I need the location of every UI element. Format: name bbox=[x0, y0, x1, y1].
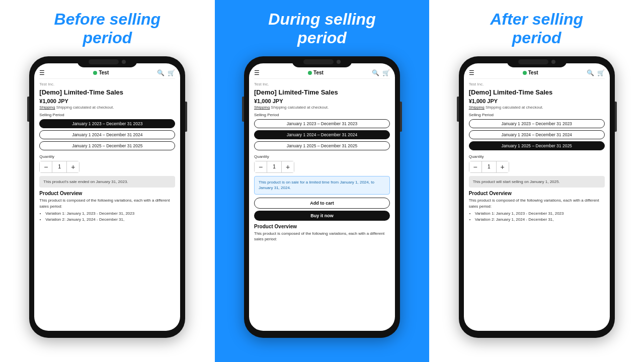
column-title-during: During sellingperiod bbox=[268, 10, 375, 47]
price: ¥1,000 JPY bbox=[39, 98, 175, 104]
qty-increase[interactable]: + bbox=[67, 161, 79, 172]
breadcrumb: Test Inc. bbox=[469, 82, 605, 86]
period-btn-1[interactable]: January 1 2024 – December 31 2024 bbox=[469, 130, 605, 139]
shipping: Shipping Shipping calculated at checkout… bbox=[39, 105, 175, 110]
breadcrumb: Test Inc. bbox=[254, 82, 390, 86]
selling-period-label: Selling Period bbox=[254, 113, 390, 117]
product-desc: This product is composed of the followin… bbox=[39, 198, 175, 209]
hamburger-icon[interactable]: ☰ bbox=[39, 69, 45, 76]
info-box: This product will start selling on Janua… bbox=[469, 176, 605, 188]
variation-item: Variation 2: January 1, 2024 - December … bbox=[45, 217, 175, 223]
column-after: After sellingperiod ☰ Test 🔍 🛒 Test Inc.… bbox=[429, 0, 644, 362]
header-icons: 🔍 🛒 bbox=[372, 69, 390, 76]
period-btn-1[interactable]: January 1 2024 – December 31 2024 bbox=[39, 130, 175, 139]
info-box: This product's sale ended on January 31,… bbox=[39, 176, 175, 188]
quantity-label: Quantity bbox=[254, 154, 390, 159]
cart-icon[interactable]: 🛒 bbox=[597, 69, 605, 76]
logo-area: Test bbox=[308, 70, 324, 75]
qty-value: 1 bbox=[481, 161, 497, 172]
price: ¥1,000 JPY bbox=[469, 98, 605, 104]
period-btn-2[interactable]: January 1 2025 – December 31 2025 bbox=[469, 141, 605, 150]
variation-item: Variation 1: January 1, 2023 - December … bbox=[475, 211, 605, 217]
price: ¥1,000 JPY bbox=[254, 98, 390, 104]
hamburger-icon[interactable]: ☰ bbox=[254, 69, 260, 76]
logo-area: Test bbox=[93, 70, 109, 75]
product-overview-title: Product Overview bbox=[39, 191, 175, 196]
variations-list: Variation 1: January 1, 2023 - December … bbox=[469, 211, 605, 223]
logo-text: Test bbox=[528, 70, 538, 75]
cart-icon[interactable]: 🛒 bbox=[382, 69, 390, 76]
shipping-link[interactable]: Shipping bbox=[254, 105, 270, 110]
logo-dot bbox=[523, 71, 527, 75]
quantity-label: Quantity bbox=[469, 154, 605, 159]
product-desc: This product is composed of the followin… bbox=[254, 231, 390, 242]
quantity-control: − 1 + bbox=[39, 161, 79, 173]
phone-before: ☰ Test 🔍 🛒 Test Inc. [Demo] Limited-Time… bbox=[29, 56, 185, 338]
quantity-control: − 1 + bbox=[254, 161, 294, 173]
period-btn-0[interactable]: January 1 2023 – December 31 2023 bbox=[39, 119, 175, 128]
column-during: During sellingperiod ☰ Test 🔍 🛒 Test Inc… bbox=[215, 0, 430, 362]
add-to-cart-button[interactable]: Add to cart bbox=[254, 198, 390, 209]
column-before: Before sellingperiod ☰ Test 🔍 🛒 Test Inc… bbox=[0, 0, 215, 362]
quantity-label: Quantity bbox=[39, 154, 175, 159]
qty-decrease[interactable]: − bbox=[40, 161, 52, 172]
qty-decrease[interactable]: − bbox=[255, 161, 267, 172]
variations-list: Variation 1: January 1, 2023 - December … bbox=[39, 211, 175, 223]
period-btn-2[interactable]: January 1 2025 – December 31 2025 bbox=[39, 141, 175, 150]
qty-value: 1 bbox=[52, 161, 67, 172]
product-title: [Demo] Limited-Time Sales bbox=[39, 88, 175, 97]
qty-increase[interactable]: + bbox=[282, 161, 294, 172]
period-btn-1[interactable]: January 1 2024 – December 31 2024 bbox=[254, 130, 390, 139]
product-overview-title: Product Overview bbox=[254, 224, 390, 229]
period-btn-0[interactable]: January 1 2023 – December 31 2023 bbox=[469, 119, 605, 128]
logo-dot bbox=[308, 71, 312, 75]
search-icon[interactable]: 🔍 bbox=[372, 69, 379, 76]
product-title: [Demo] Limited-Time Sales bbox=[469, 88, 605, 97]
logo-text: Test bbox=[99, 70, 109, 75]
shipping: Shipping Shipping calculated at checkout… bbox=[469, 105, 605, 110]
qty-value: 1 bbox=[267, 161, 282, 172]
logo-text: Test bbox=[313, 70, 324, 75]
shipping: Shipping Shipping calculated at checkout… bbox=[254, 105, 390, 110]
qty-increase[interactable]: + bbox=[497, 161, 509, 172]
column-title-after: After sellingperiod bbox=[490, 10, 583, 47]
header-icons: 🔍 🛒 bbox=[157, 69, 175, 76]
logo-dot bbox=[93, 71, 97, 75]
header-icons: 🔍 🛒 bbox=[587, 69, 605, 76]
period-btn-2[interactable]: January 1 2025 – December 31 2025 bbox=[254, 141, 390, 150]
product-overview-title: Product Overview bbox=[469, 191, 605, 196]
selling-period-label: Selling Period bbox=[39, 113, 175, 117]
column-title-before: Before sellingperiod bbox=[54, 10, 161, 47]
screen-header: ☰ Test 🔍 🛒 bbox=[39, 68, 175, 79]
phone-after: ☰ Test 🔍 🛒 Test Inc. [Demo] Limited-Time… bbox=[459, 56, 615, 338]
period-btn-0[interactable]: January 1 2023 – December 31 2023 bbox=[254, 119, 390, 128]
qty-decrease[interactable]: − bbox=[469, 161, 481, 172]
product-desc: This product is composed of the followin… bbox=[469, 198, 605, 209]
buy-now-button[interactable]: Buy it now bbox=[254, 211, 390, 221]
product-title: [Demo] Limited-Time Sales bbox=[254, 88, 390, 97]
breadcrumb: Test Inc. bbox=[39, 82, 175, 86]
info-box: This product is on sale for a limited ti… bbox=[254, 176, 390, 194]
search-icon[interactable]: 🔍 bbox=[587, 69, 594, 76]
phone-during: ☰ Test 🔍 🛒 Test Inc. [Demo] Limited-Time… bbox=[244, 56, 400, 338]
screen-header: ☰ Test 🔍 🛒 bbox=[469, 68, 605, 79]
quantity-control: − 1 + bbox=[469, 161, 509, 173]
shipping-link[interactable]: Shipping bbox=[469, 105, 485, 110]
search-icon[interactable]: 🔍 bbox=[157, 69, 165, 76]
selling-period-label: Selling Period bbox=[469, 113, 605, 117]
screen-header: ☰ Test 🔍 🛒 bbox=[254, 68, 390, 79]
logo-area: Test bbox=[523, 70, 538, 75]
hamburger-icon[interactable]: ☰ bbox=[469, 69, 474, 76]
variation-item: Variation 1: January 1, 2023 - December … bbox=[45, 211, 175, 217]
variation-item: Variation 2: January 1, 2024 - December … bbox=[475, 217, 605, 223]
cart-icon[interactable]: 🛒 bbox=[168, 69, 175, 76]
shipping-link[interactable]: Shipping bbox=[39, 105, 55, 110]
